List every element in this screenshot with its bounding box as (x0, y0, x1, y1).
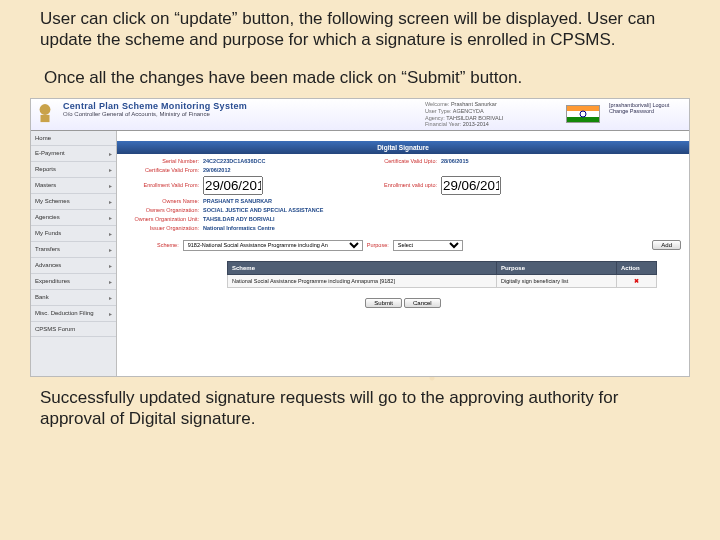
add-button[interactable]: Add (652, 240, 681, 250)
scheme-purpose-row: Scheme: 9182-National Social Assistance … (117, 236, 689, 255)
cancel-button[interactable]: Cancel (404, 298, 441, 308)
owner-value: PRASHANT R SANURKAR (203, 198, 343, 204)
cell-purpose: Digitally sign beneficiary list (497, 274, 617, 287)
sidebar-item-label: Bank (35, 294, 49, 300)
chevron-right-icon: ▸ (109, 278, 112, 285)
owner-label: Owners Name: (125, 198, 203, 204)
instruction-para-1: User can click on “update” button, the f… (0, 8, 720, 51)
chevron-right-icon: ▸ (109, 246, 112, 253)
sidebar-item-epayment[interactable]: E-Payment▸ (31, 146, 116, 162)
col-action: Action (617, 261, 657, 274)
chevron-right-icon: ▸ (109, 310, 112, 317)
welcome-user: Prashant Sanurkar (451, 101, 497, 107)
sidebar-item-label: Advances (35, 262, 61, 268)
submit-button[interactable]: Submit (365, 298, 402, 308)
certupto-label: Certificate Valid Upto: (343, 158, 441, 164)
certupto-value: 28/06/2015 (441, 158, 469, 164)
sidebar-item-cpsmsforum[interactable]: CPSMS Forum (31, 322, 116, 337)
scheme-label: Scheme: (157, 242, 179, 248)
sidebar: Home E-Payment▸ Reports▸ Masters▸ My Sch… (31, 131, 117, 376)
sidebar-item-label: Transfers (35, 246, 60, 252)
emblem-icon (31, 99, 59, 130)
sidebar-item-label: My Funds (35, 230, 61, 236)
svg-rect-1 (41, 115, 50, 122)
org-value: SOCIAL JUSTICE AND SPECIAL ASSISTANCE (203, 207, 343, 213)
orgunit-label: Owners Organization Unit: (125, 216, 203, 222)
delete-row-icon[interactable]: ✖ (617, 274, 657, 287)
enrollfrom-label: Enrollment Valid From: (125, 182, 203, 188)
chevron-right-icon: ▸ (109, 198, 112, 205)
sidebar-item-bank[interactable]: Bank▸ (31, 290, 116, 306)
sidebar-item-reports[interactable]: Reports▸ (31, 162, 116, 178)
sidebar-item-myschemes[interactable]: My Schemes▸ (31, 194, 116, 210)
sidebar-item-label: Masters (35, 182, 56, 188)
cell-scheme: National Social Assistance Programme inc… (228, 274, 497, 287)
welcome-label: Welcome: (425, 101, 449, 107)
fy-value: 2013-2014 (463, 121, 489, 127)
chevron-right-icon: ▸ (109, 214, 112, 221)
sidebar-item-miscdeduction[interactable]: Misc. Deduction Filing▸ (31, 306, 116, 322)
col-purpose: Purpose (497, 261, 617, 274)
flag-icon (561, 99, 605, 130)
sidebar-item-advances[interactable]: Advances▸ (31, 258, 116, 274)
orgunit-value: TAHSILDAR ADY BORIVALI (203, 216, 343, 222)
agency-value: TAHSILDAR BORIVALI (446, 115, 503, 121)
serial-value: 24C2C223DC1A636DCC (203, 158, 343, 164)
chevron-right-icon: ▸ (109, 294, 112, 301)
sidebar-item-masters[interactable]: Masters▸ (31, 178, 116, 194)
col-scheme: Scheme (228, 261, 497, 274)
app-title: Central Plan Scheme Monitoring System (63, 101, 285, 111)
enrollfrom-field[interactable] (203, 176, 263, 195)
sidebar-item-agencies[interactable]: Agencies▸ (31, 210, 116, 226)
chevron-right-icon: ▸ (109, 230, 112, 237)
app-subtitle: O/o Controller General of Accounts, Mini… (63, 111, 285, 117)
enrollupto-label: Enrollment valid upto: (343, 182, 441, 188)
scheme-select[interactable]: 9182-National Social Assistance Programm… (183, 240, 363, 251)
sidebar-item-label: Reports (35, 166, 56, 172)
sidebar-item-label: Misc. Deduction Filing (35, 310, 94, 316)
sidebar-item-myfunds[interactable]: My Funds▸ (31, 226, 116, 242)
sidebar-item-expenditures[interactable]: Expenditures▸ (31, 274, 116, 290)
usertype-value: AGENCYDA (453, 108, 484, 114)
table-row: National Social Assistance Programme inc… (228, 274, 657, 287)
cpsms-app-window: Central Plan Scheme Monitoring System O/… (30, 98, 690, 377)
sidebar-item-label: Expenditures (35, 278, 70, 284)
app-title-block: Central Plan Scheme Monitoring System O/… (59, 99, 289, 130)
sidebar-item-label: E-Payment (35, 150, 65, 156)
chevron-right-icon: ▸ (109, 182, 112, 189)
scheme-table: Scheme Purpose Action National Social As… (227, 261, 657, 288)
sidebar-item-label: Home (35, 135, 51, 141)
instruction-para-3: Successfully updated signature requests … (0, 387, 720, 430)
sidebar-item-transfers[interactable]: Transfers▸ (31, 242, 116, 258)
serial-label: Serial Number: (125, 158, 203, 164)
sidebar-item-label: CPSMS Forum (35, 326, 75, 332)
sidebar-item-home[interactable]: Home (31, 131, 116, 146)
chevron-right-icon: ▸ (109, 262, 112, 269)
chevron-right-icon: ▸ (109, 150, 112, 157)
change-password-link[interactable]: Change Password (609, 108, 685, 114)
enrollupto-field[interactable] (441, 176, 501, 195)
purpose-select[interactable]: Select (393, 240, 463, 251)
fy-label: Financial Year: (425, 121, 461, 127)
app-header: Central Plan Scheme Monitoring System O/… (31, 99, 689, 131)
usertype-label: User Type: (425, 108, 452, 114)
main-panel: Digital Signature Serial Number: 24C2C22… (117, 131, 689, 376)
certvalid-value: 29/06/2012 (203, 167, 343, 173)
svg-point-0 (40, 104, 51, 115)
sidebar-item-label: Agencies (35, 214, 60, 220)
signature-details: Serial Number: 24C2C223DC1A636DCC Certif… (117, 154, 689, 236)
instruction-para-2: Once all the changes have been made clic… (0, 67, 720, 88)
section-title: Digital Signature (117, 141, 689, 154)
agency-label: Agency: (425, 115, 445, 121)
sidebar-item-label: My Schemes (35, 198, 70, 204)
account-block: [prashantborivali] Logout Change Passwor… (605, 99, 689, 130)
chevron-right-icon: ▸ (109, 166, 112, 173)
issuer-value: National Informatics Centre (203, 225, 343, 231)
org-label: Owners Organization: (125, 207, 203, 213)
issuer-label: Issuer Organization: (125, 225, 203, 231)
welcome-block: Welcome: Prashant Sanurkar User Type: AG… (421, 99, 561, 130)
certvalid-label: Certificate Valid From: (125, 167, 203, 173)
purpose-label: Purpose: (367, 242, 389, 248)
